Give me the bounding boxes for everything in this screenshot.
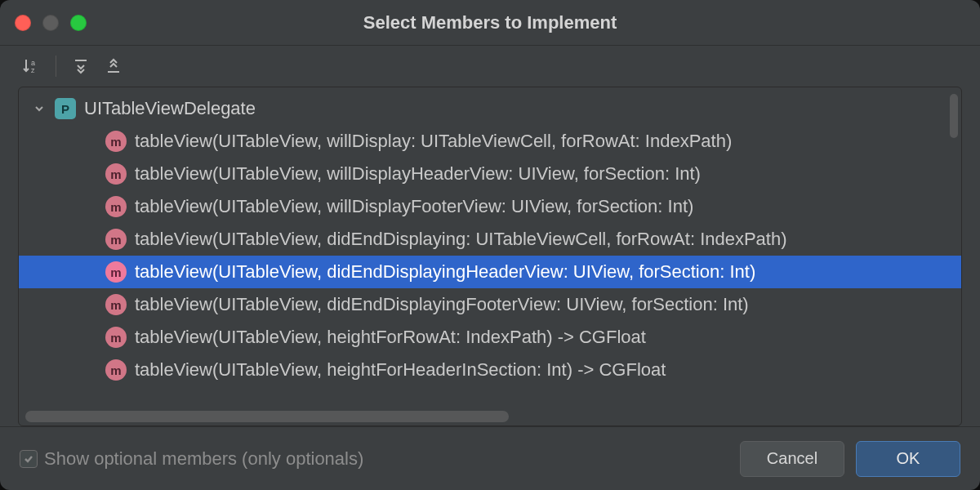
dialog-footer: Show optional members (only optionals) C… (0, 426, 980, 490)
ok-button[interactable]: OK (856, 441, 960, 477)
dialog-window: Select Members to Implement a z (0, 0, 980, 490)
dialog-title: Select Members to Implement (363, 12, 617, 33)
svg-text:z: z (31, 66, 35, 74)
minimize-window-button[interactable] (42, 15, 59, 31)
cancel-button[interactable]: Cancel (740, 441, 844, 477)
method-badge-icon: m (105, 327, 127, 348)
method-signature: tableView(UITableView, willDisplayHeader… (135, 163, 701, 185)
method-badge-icon: m (105, 294, 127, 315)
show-optional-members-label: Show optional members (only optionals) (44, 448, 363, 470)
method-row[interactable]: mtableView(UITableView, didEndDisplaying… (19, 256, 961, 288)
method-row[interactable]: mtableView(UITableView, heightForHeaderI… (19, 354, 961, 386)
protocol-name: UITableViewDelegate (84, 98, 256, 119)
method-badge-icon: m (105, 359, 127, 381)
window-controls (15, 15, 87, 31)
method-signature: tableView(UITableView, willDisplay: UITa… (135, 131, 732, 152)
method-badge-icon: m (105, 261, 127, 283)
method-row[interactable]: mtableView(UITableView, heightForRowAt: … (19, 321, 961, 354)
dialog-toolbar: a z (0, 46, 980, 87)
sort-alphabetically-button[interactable]: a z (15, 50, 47, 82)
method-row[interactable]: mtableView(UITableView, didEndDisplaying… (19, 288, 961, 321)
checkbox-icon (20, 450, 38, 468)
members-tree-panel: P UITableViewDelegate mtableView(UITable… (18, 87, 962, 426)
method-row[interactable]: mtableView(UITableView, didEndDisplaying… (19, 223, 961, 256)
close-window-button[interactable] (15, 15, 31, 31)
method-signature: tableView(UITableView, heightForRowAt: I… (135, 327, 646, 348)
titlebar: Select Members to Implement (0, 0, 980, 46)
protocol-badge-icon: P (55, 98, 76, 119)
method-signature: tableView(UITableView, willDisplayFooter… (135, 196, 693, 217)
method-row[interactable]: mtableView(UITableView, willDisplayFoote… (19, 190, 961, 223)
zoom-window-button[interactable] (70, 15, 87, 31)
protocol-row[interactable]: P UITableViewDelegate (19, 92, 961, 125)
method-row[interactable]: mtableView(UITableView, willDisplay: UIT… (19, 125, 961, 158)
members-tree[interactable]: P UITableViewDelegate mtableView(UITable… (19, 87, 961, 425)
method-badge-icon: m (105, 229, 127, 250)
chevron-down-icon[interactable] (32, 101, 47, 116)
method-signature: tableView(UITableView, didEndDisplayingH… (135, 261, 755, 283)
horizontal-scrollbar[interactable] (25, 411, 955, 422)
method-signature: tableView(UITableView, heightForHeaderIn… (135, 359, 666, 381)
horizontal-scrollbar-thumb[interactable] (25, 411, 509, 422)
collapse-all-button[interactable] (97, 50, 130, 82)
method-signature: tableView(UITableView, didEndDisplayingF… (135, 294, 749, 315)
expand-all-button[interactable] (65, 50, 97, 82)
method-signature: tableView(UITableView, didEndDisplaying:… (135, 229, 787, 250)
toolbar-separator (56, 56, 56, 77)
method-row[interactable]: mtableView(UITableView, willDisplayHeade… (19, 158, 961, 190)
method-badge-icon: m (105, 196, 127, 217)
show-optional-members-checkbox[interactable]: Show optional members (only optionals) (20, 448, 363, 470)
method-badge-icon: m (105, 163, 127, 185)
method-badge-icon: m (105, 131, 127, 152)
